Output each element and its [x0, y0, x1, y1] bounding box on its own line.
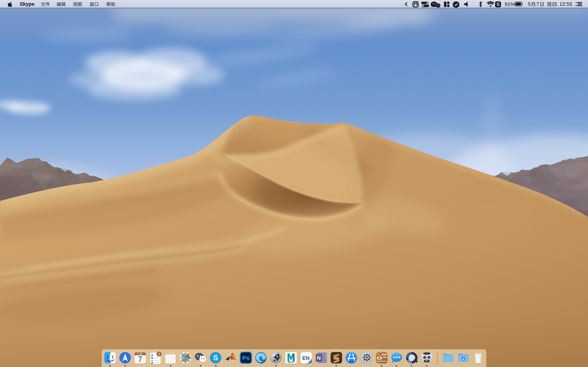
svg-text:7: 7 — [138, 355, 142, 363]
svg-text:3: 3 — [158, 352, 160, 356]
svg-text:S: S — [213, 354, 218, 362]
svg-text:MAYA: MAYA — [288, 361, 294, 364]
svg-text:EN: EN — [302, 355, 310, 361]
svg-text:PDF: PDF — [382, 353, 387, 356]
svg-text:N: N — [317, 355, 321, 361]
svg-text:S: S — [496, 2, 500, 7]
svg-text:91%: 91% — [505, 1, 515, 7]
svg-text:Ps: Ps — [242, 355, 250, 361]
